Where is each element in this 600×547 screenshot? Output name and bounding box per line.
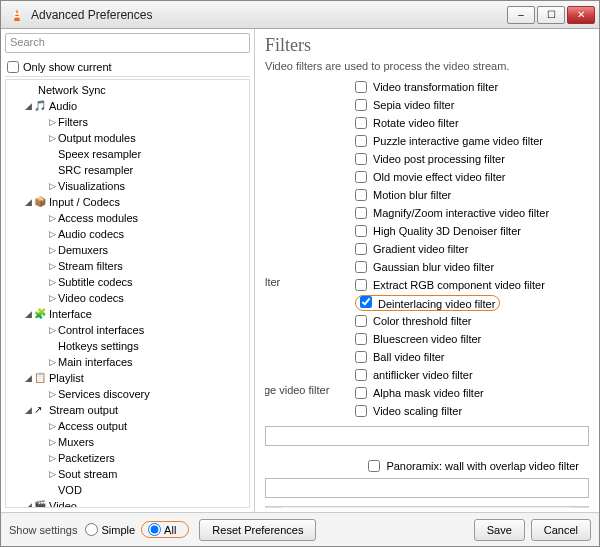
- only-show-current-checkbox[interactable]: [7, 61, 19, 73]
- tree-item[interactable]: ▷Access modules: [6, 210, 249, 226]
- panel-description: Video filters are used to process the vi…: [265, 60, 589, 72]
- simple-radio[interactable]: [85, 523, 98, 536]
- filter-label: Rotate video filter: [373, 117, 459, 129]
- filter-label: Video post processing filter: [373, 153, 505, 165]
- filter-checkbox[interactable]: [355, 243, 367, 255]
- tree-item[interactable]: ▷Output modules: [6, 130, 249, 146]
- tree-item[interactable]: ▷Services discovery: [6, 386, 249, 402]
- tree-item[interactable]: ▷Visualizations: [6, 178, 249, 194]
- tree-item[interactable]: ▷Audio codecs: [6, 226, 249, 242]
- all-radio-row[interactable]: All: [148, 523, 176, 536]
- tree-item[interactable]: ▷Demuxers: [6, 242, 249, 258]
- close-button[interactable]: ✕: [567, 6, 595, 24]
- tree-item-audio[interactable]: ◢🎵Audio: [6, 98, 249, 114]
- filter-checkbox[interactable]: [355, 369, 367, 381]
- filter-checkbox[interactable]: [355, 279, 367, 291]
- filter-checkbox[interactable]: [355, 315, 367, 327]
- expand-icon[interactable]: ▷: [46, 245, 58, 255]
- svg-rect-1: [14, 13, 20, 15]
- cancel-button[interactable]: Cancel: [531, 519, 591, 541]
- tree-item[interactable]: SRC resampler: [6, 162, 249, 178]
- panoramix-checkbox[interactable]: [368, 460, 380, 472]
- maximize-button[interactable]: ☐: [537, 6, 565, 24]
- panoramix-label: Panoramix: wall with overlap video filte…: [386, 460, 579, 472]
- tree-item[interactable]: ▷Packetizers: [6, 450, 249, 466]
- filter-label: Video transformation filter: [373, 81, 498, 93]
- tree-item[interactable]: Speex resampler: [6, 146, 249, 162]
- minimize-button[interactable]: –: [507, 6, 535, 24]
- filter-label: Bluescreen video filter: [373, 333, 481, 345]
- expand-icon[interactable]: ▷: [46, 213, 58, 223]
- playlist-icon: 📋: [34, 372, 46, 384]
- filter-checkbox[interactable]: [355, 135, 367, 147]
- collapse-icon[interactable]: ◢: [22, 101, 34, 111]
- tree-item-video[interactable]: ◢🎬Video: [6, 498, 249, 508]
- expand-icon[interactable]: ▷: [46, 453, 58, 463]
- expand-icon[interactable]: ▷: [46, 421, 58, 431]
- expand-icon[interactable]: ▷: [46, 469, 58, 479]
- search-input[interactable]: Search: [5, 33, 250, 53]
- expand-icon[interactable]: ▷: [46, 293, 58, 303]
- tree-item[interactable]: ▷Control interfaces: [6, 322, 249, 338]
- filter-checkbox[interactable]: [355, 333, 367, 345]
- tree-item[interactable]: ▷Muxers: [6, 434, 249, 450]
- tree-item-interface[interactable]: ◢🧩Interface: [6, 306, 249, 322]
- filter-row: Extract RGB component video filter: [355, 276, 589, 294]
- expand-icon[interactable]: ▷: [46, 389, 58, 399]
- panoramix-text-input[interactable]: [265, 478, 589, 498]
- filter-checkbox[interactable]: [360, 296, 372, 308]
- tree-item-playlist[interactable]: ◢📋Playlist: [6, 370, 249, 386]
- collapse-icon[interactable]: ◢: [22, 405, 34, 415]
- tree-item[interactable]: ▷Subtitle codecs: [6, 274, 249, 290]
- filter-checkbox[interactable]: [355, 261, 367, 273]
- filter-checkbox[interactable]: [355, 387, 367, 399]
- expand-icon[interactable]: ▷: [46, 325, 58, 335]
- expand-icon[interactable]: ▷: [46, 261, 58, 271]
- all-radio[interactable]: [148, 523, 161, 536]
- collapse-icon[interactable]: ◢: [22, 309, 34, 319]
- save-button[interactable]: Save: [474, 519, 525, 541]
- expand-icon[interactable]: ▷: [46, 277, 58, 287]
- filter-checkbox[interactable]: [355, 207, 367, 219]
- filter-text-input[interactable]: [265, 426, 589, 446]
- filter-checkbox-list: Video transformation filterSepia video f…: [355, 78, 589, 420]
- filter-checkbox[interactable]: [355, 189, 367, 201]
- tree-item-input-codecs[interactable]: ◢📦Input / Codecs: [6, 194, 249, 210]
- tree-item[interactable]: ▷Stream filters: [6, 258, 249, 274]
- tree-item[interactable]: ▷Access output: [6, 418, 249, 434]
- collapse-icon[interactable]: ◢: [22, 501, 34, 508]
- expand-icon[interactable]: ▷: [46, 181, 58, 191]
- filter-checkbox[interactable]: [355, 117, 367, 129]
- filter-label: Gradient video filter: [373, 243, 468, 255]
- scroll-right-icon[interactable]: ►: [572, 507, 588, 508]
- expand-icon[interactable]: ▷: [46, 229, 58, 239]
- tree-item[interactable]: ▷Filters: [6, 114, 249, 130]
- expand-icon[interactable]: ▷: [46, 437, 58, 447]
- collapse-icon[interactable]: ◢: [22, 197, 34, 207]
- filter-checkbox[interactable]: [355, 153, 367, 165]
- filter-checkbox[interactable]: [355, 405, 367, 417]
- filters-area: lter h image video filter Video transfor…: [265, 78, 589, 508]
- tree-item[interactable]: VOD: [6, 482, 249, 498]
- filter-row: Color threshold filter: [355, 312, 589, 330]
- reset-preferences-button[interactable]: Reset Preferences: [199, 519, 316, 541]
- filter-checkbox[interactable]: [355, 81, 367, 93]
- tree-item[interactable]: Hotkeys settings: [6, 338, 249, 354]
- filter-checkbox[interactable]: [355, 99, 367, 111]
- horizontal-scrollbar[interactable]: ◄ ►: [265, 506, 589, 508]
- tree-item-network-sync[interactable]: Network Sync: [6, 82, 249, 98]
- expand-icon[interactable]: ▷: [46, 357, 58, 367]
- filter-checkbox[interactable]: [355, 351, 367, 363]
- collapse-icon[interactable]: ◢: [22, 373, 34, 383]
- scroll-left-icon[interactable]: ◄: [266, 507, 282, 508]
- filter-checkbox[interactable]: [355, 171, 367, 183]
- expand-icon[interactable]: ▷: [46, 133, 58, 143]
- tree-item-stream-output[interactable]: ◢↗Stream output: [6, 402, 249, 418]
- expand-icon[interactable]: ▷: [46, 117, 58, 127]
- tree-item[interactable]: ▷Sout stream: [6, 466, 249, 482]
- simple-radio-row[interactable]: Simple: [85, 523, 135, 536]
- tree-item[interactable]: ▷Video codecs: [6, 290, 249, 306]
- preferences-tree[interactable]: Network Sync ◢🎵Audio ▷Filters ▷Output mo…: [5, 79, 250, 508]
- tree-item[interactable]: ▷Main interfaces: [6, 354, 249, 370]
- filter-checkbox[interactable]: [355, 225, 367, 237]
